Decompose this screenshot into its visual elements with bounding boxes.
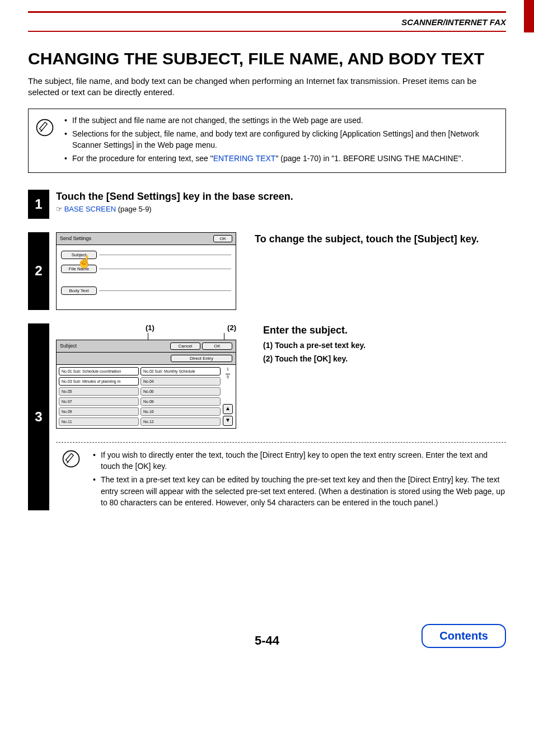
preset-item[interactable]: No.08 [140, 397, 221, 406]
info-bullet-3: For the procedure for entering text, see… [72, 153, 463, 164]
page-title: CHANGING THE SUBJECT, FILE NAME, AND BOD… [28, 49, 506, 69]
step-number: 1 [28, 190, 49, 219]
substep-2: (2) Touch the [OK] key. [263, 354, 506, 363]
subject-field-line [99, 254, 231, 255]
header-row: SCANNER/INTERNET FAX [28, 13, 506, 32]
preset-list: No.01 Sub: Schedule coordination No.03 S… [57, 365, 236, 428]
preset-item[interactable]: No.06 [140, 387, 221, 396]
scroll-down-button[interactable]: ▼ [223, 416, 233, 426]
step-3-instruction: Enter the subject. [263, 325, 506, 336]
info-bullet-1: If the subject and file name are not cha… [72, 115, 363, 126]
step-1-title: Touch the [Send Settings] key in the bas… [56, 191, 506, 203]
step-number: 2 [28, 232, 49, 310]
send-settings-panel: Send Settings OK Subject ☝ [56, 232, 236, 310]
pointer-icon: ☞ [56, 205, 62, 213]
step-3-notes: •If you wish to directly enter the text,… [56, 449, 506, 510]
base-screen-link[interactable]: BASE SCREEN [64, 205, 116, 213]
entering-text-link[interactable]: ENTERING TEXT [213, 154, 276, 163]
preset-item[interactable]: No.12 [140, 417, 221, 426]
section-header: SCANNER/INTERNET FAX [401, 17, 506, 27]
svg-rect-4 [66, 453, 74, 462]
info-box: •If the subject and file name are not ch… [28, 109, 506, 173]
cancel-button[interactable]: Cancel [170, 342, 200, 350]
step-3: 3 (1) (2) Subject [28, 323, 506, 510]
info-list: •If the subject and file name are not ch… [64, 115, 499, 167]
preset-item[interactable]: No.11 [59, 417, 139, 426]
step-1: 1 Touch the [Send Settings] key in the b… [28, 190, 506, 219]
callout-1: (1) [146, 323, 154, 332]
panel-title: Subject [60, 343, 77, 349]
hand-cursor-icon: ☝ [77, 255, 92, 269]
subject-panel: Subject Cancel OK Direct Entry No.01 Sub… [56, 340, 236, 429]
intro-text: The subject, file name, and body text ca… [28, 76, 506, 98]
contents-button[interactable]: Contents [421, 624, 506, 648]
preset-item[interactable]: No.03 Sub: Minutes of planning m [59, 377, 139, 386]
preset-item[interactable]: No.10 [140, 407, 221, 416]
direct-entry-button[interactable]: Direct Entry [171, 355, 232, 362]
callout-lines [56, 333, 235, 340]
step-number: 3 [28, 323, 49, 510]
ok-button[interactable]: OK [213, 235, 232, 242]
svg-rect-1 [40, 122, 48, 130]
step-2-instruction: To change the subject, touch the [Subjec… [255, 233, 506, 245]
pencil-icon [62, 449, 83, 472]
preset-item[interactable]: No.01 Sub: Schedule coordination [59, 367, 139, 375]
step-1-ref: ☞ BASE SCREEN (page 5-9) [56, 205, 506, 213]
preset-item[interactable]: No.07 [59, 397, 139, 406]
preset-item[interactable]: No.04 [140, 377, 221, 386]
panel-title: Send Settings [60, 236, 91, 241]
divider-dashed [56, 442, 506, 443]
pencil-icon [35, 118, 57, 139]
callout-2: (2) [227, 323, 236, 332]
substep-1: (1) Touch a pre-set text key. [263, 341, 506, 350]
callout-labels: (1) (2) [56, 323, 246, 333]
page-indicator: 1 5 [226, 367, 230, 379]
info-bullet-2: Selections for the subject, file name, a… [72, 128, 499, 151]
preset-item[interactable]: No.05 [59, 387, 139, 396]
note-bullet-1: If you wish to directly enter the text, … [101, 449, 506, 472]
preset-item[interactable]: No.02 Sub: Monthly Schedule [140, 367, 221, 375]
ok-button[interactable]: OK [202, 342, 232, 350]
side-tab [524, 0, 534, 32]
bodytext-field-line [99, 290, 231, 291]
scroll-up-button[interactable]: ▲ [223, 404, 233, 414]
bodytext-button[interactable]: Body Text [61, 287, 97, 295]
preset-item[interactable]: No.09 [59, 407, 139, 416]
note-bullet-2: The text in a pre-set text key can be ed… [101, 474, 506, 508]
step-2: 2 Send Settings OK Subject [28, 232, 506, 310]
